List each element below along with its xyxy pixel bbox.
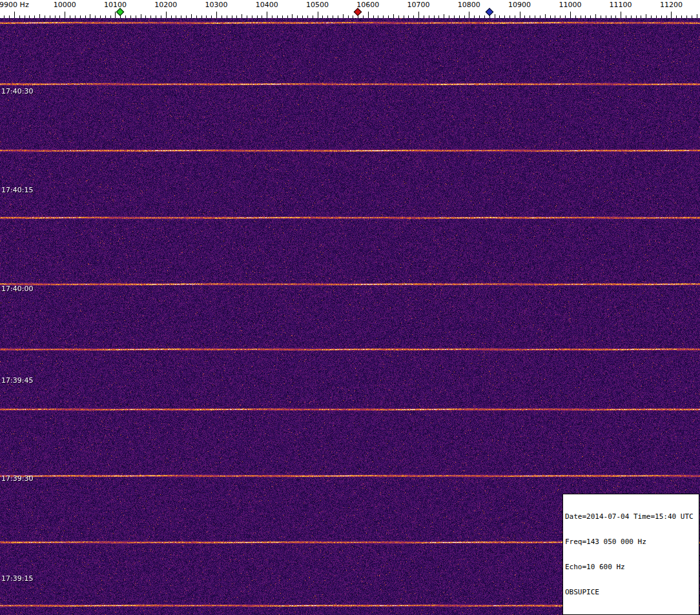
ruler-tick (297, 15, 298, 18)
ruler-tick (39, 14, 40, 18)
ruler-tick (322, 15, 323, 18)
ruler-tick (504, 15, 505, 18)
ruler-tick (156, 15, 156, 18)
ruler-tick (50, 15, 50, 18)
ruler-tick (464, 15, 465, 18)
ruler-tick (166, 12, 167, 18)
ruler-tick (80, 15, 81, 18)
ruler-tick (575, 15, 576, 18)
ruler-tick (252, 15, 252, 18)
ruler-frequency-label: 10600 (356, 1, 379, 9)
ruler-frequency-label: 10400 (256, 1, 278, 9)
info-box: Date=2014-07-04 Time=15:40 UTC Freq=143 … (562, 494, 699, 615)
ruler-tick (449, 15, 449, 18)
ruler-tick (196, 15, 197, 18)
ruler-tick (590, 15, 591, 18)
ruler-tick (287, 15, 288, 18)
ruler-tick (110, 15, 111, 18)
ruler-tick (242, 14, 242, 18)
ruler-tick (438, 15, 439, 18)
ruler-frequency-label: 11100 (610, 1, 632, 9)
frequency-ruler[interactable]: 9900 Hz100001010010200103001040010500106… (0, 0, 700, 18)
ruler-tick (545, 14, 546, 18)
ruler-tick (277, 15, 278, 18)
ruler-frequency-label: 10700 (407, 1, 430, 9)
spectrogram-window: 9900 Hz100001010010200103001040010500106… (0, 0, 700, 615)
ruler-tick (646, 14, 646, 18)
ruler-tick (292, 14, 293, 18)
ruler-tick (125, 15, 126, 18)
ruler-tick (666, 15, 667, 18)
ruler-tick (615, 15, 616, 18)
ruler-tick (535, 15, 535, 18)
ruler-tick (661, 15, 662, 18)
ruler-tick (671, 12, 672, 18)
ruler-tick (469, 12, 469, 18)
ruler-tick (65, 12, 65, 18)
ruler-tick (444, 14, 444, 18)
ruler-tick (540, 15, 540, 18)
ruler-tick (338, 15, 338, 18)
ruler-tick (95, 15, 96, 18)
ruler-tick (216, 12, 217, 18)
ruler-tick (145, 15, 146, 18)
ruler-frequency-label: 10500 (306, 1, 329, 9)
ruler-tick (413, 15, 414, 18)
ruler-tick (378, 15, 378, 18)
ruler-tick (176, 15, 176, 18)
ruler-tick (130, 15, 131, 18)
ruler-tick (555, 15, 555, 18)
ruler-tick (55, 15, 56, 18)
ruler-tick (232, 15, 232, 18)
ruler-tick (686, 15, 687, 18)
ruler-frequency-label: 10300 (205, 1, 228, 9)
ruler-tick (19, 15, 20, 18)
ruler-tick (150, 15, 151, 18)
ruler-frequency-label: 10000 (54, 1, 76, 9)
ruler-frequency-label: 11000 (559, 1, 581, 9)
ruler-tick (454, 15, 455, 18)
ruler-tick (373, 15, 374, 18)
ruler-tick (211, 15, 212, 18)
ruler-tick (181, 15, 181, 18)
ruler-frequency-label: 10200 (154, 1, 177, 9)
ruler-tick (100, 15, 101, 18)
info-station: OBSUPICE (565, 588, 697, 596)
ruler-tick (136, 15, 136, 18)
ruler-tick (393, 14, 394, 18)
marker-red-diamond-icon[interactable] (354, 8, 362, 16)
ruler-tick (161, 15, 161, 18)
ruler-tick (459, 15, 460, 18)
ruler-tick (510, 15, 510, 18)
ruler-tick (383, 15, 384, 18)
ruler-tick (495, 14, 495, 18)
ruler-tick (353, 15, 353, 18)
ruler-tick (408, 15, 409, 18)
ruler-tick (404, 15, 404, 18)
ruler-tick (85, 15, 86, 18)
ruler-tick (515, 15, 515, 18)
ruler-tick (368, 12, 369, 18)
ruler-tick (524, 15, 525, 18)
ruler-tick (581, 15, 581, 18)
marker-blue-diamond-icon[interactable] (485, 8, 493, 16)
info-frequency: Freq=143 050 000 Hz (565, 538, 697, 546)
marker-green-diamond-icon[interactable] (116, 8, 125, 16)
ruler-tick (282, 15, 283, 18)
ruler-tick (656, 15, 657, 18)
ruler-tick (115, 12, 116, 18)
ruler-tick (191, 14, 192, 18)
ruler-tick (363, 15, 364, 18)
ruler-tick (307, 15, 308, 18)
ruler-tick (429, 15, 429, 18)
ruler-tick (105, 15, 106, 18)
ruler-tick (247, 15, 247, 18)
ruler-tick (257, 15, 258, 18)
ruler-tick (484, 15, 485, 18)
ruler-tick (45, 15, 45, 18)
ruler-tick (120, 15, 121, 18)
ruler-tick (141, 14, 141, 18)
ruler-tick (606, 15, 606, 18)
ruler-tick (474, 15, 475, 18)
ruler-tick (333, 15, 333, 18)
